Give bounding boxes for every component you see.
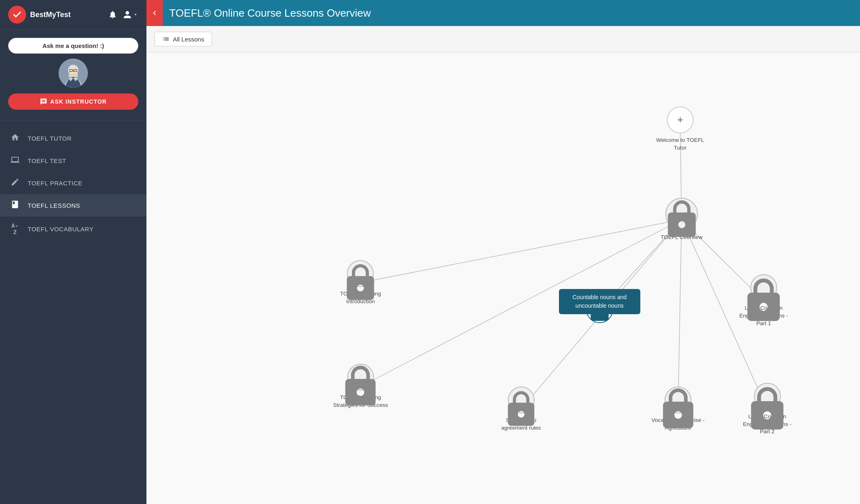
logo-icon — [8, 6, 26, 24]
node-circle-listening-intro[interactable] — [347, 260, 374, 287]
ask-instructor-button[interactable]: ASK INSTRUCTOR — [8, 93, 138, 110]
all-lessons-button[interactable]: All Lessons — [155, 32, 212, 46]
sidebar-item-label-toefl-test: TOEFL TEST — [28, 157, 66, 164]
sidebar-item-label-toefl-lessons: TOEFL LESSONS — [28, 202, 80, 209]
laptop-icon — [10, 155, 20, 166]
sidebar-item-toefl-tutor[interactable]: TOEFL TUTOR — [0, 127, 146, 150]
main-content: TOEFL® Online Course Lessons Overview Al… — [146, 0, 860, 504]
svg-marker-10 — [72, 77, 74, 78]
nav-divider — [0, 120, 146, 121]
node-circle-welcome[interactable]: + — [667, 106, 694, 133]
sidebar-header: BestMyTest — [0, 0, 146, 30]
sidebar-item-label-toefl-vocabulary: TOEFL VOCABULARY — [28, 226, 94, 232]
node-circle-synonyms-1[interactable] — [750, 274, 777, 301]
user-menu-button[interactable] — [123, 10, 138, 19]
node-welcome[interactable]: + Welcome to TOEFLTutor — [656, 106, 704, 152]
node-listening-strategies[interactable]: TOEFL ListeningStrategies for Success — [333, 364, 388, 409]
back-button[interactable] — [146, 0, 163, 26]
sidebar-item-toefl-lessons[interactable]: TOEFL LESSONS — [0, 194, 146, 217]
page-title: TOEFL® Online Course Lessons Overview — [169, 7, 371, 20]
sidebar-item-label-toefl-tutor: TOEFL TUTOR — [28, 135, 72, 142]
node-circle-toefl-overview[interactable] — [666, 198, 698, 230]
tutor-section: Ask me a question! :) — [0, 30, 146, 114]
tutor-avatar — [59, 59, 88, 88]
toolbar: All Lessons — [146, 26, 860, 52]
az-icon: A-Z — [10, 222, 20, 235]
node-synonyms-2[interactable]: Learn CommonEnglish Synonyms -Part 2 — [743, 382, 791, 436]
node-circle-vocabulary-agri[interactable] — [665, 387, 692, 413]
svg-line-17 — [678, 219, 682, 409]
svg-line-15 — [360, 219, 681, 387]
node-synonyms-1[interactable]: Learn CommonEnglish Synonyms -Part 1 — [740, 274, 788, 328]
svg-point-4 — [69, 65, 78, 74]
node-circle-synonyms-2[interactable] — [754, 382, 781, 409]
canvas-area: + Welcome to TOEFLTutor TOEFL Overview T… — [146, 52, 860, 504]
sidebar-item-label-toefl-practice: TOEFL PRACTICE — [28, 180, 83, 187]
ask-bubble: Ask me a question! :) — [8, 38, 138, 54]
sidebar-item-toefl-test[interactable]: TOEFL TEST — [0, 150, 146, 172]
node-subject-verb[interactable]: Subject verbagreement rules — [501, 387, 541, 432]
node-circle-subject-verb[interactable] — [508, 387, 535, 413]
notification-button[interactable] — [108, 10, 117, 19]
sidebar-item-toefl-vocabulary[interactable]: A-Z TOEFL VOCABULARY — [0, 217, 146, 241]
top-bar: TOEFL® Online Course Lessons Overview — [146, 0, 860, 26]
node-circle-countable-nouns[interactable] — [586, 296, 613, 323]
node-countable-nouns[interactable]: Countable nouns anduncountable nouns — [586, 296, 613, 323]
home-icon — [10, 133, 20, 144]
edit-icon — [10, 178, 20, 189]
node-listening-intro[interactable]: TOEFL ListeningIntroduction — [340, 260, 381, 306]
sidebar-nav: TOEFL TUTOR TOEFL TEST TOEFL PRACTICE — [0, 127, 146, 241]
node-vocabulary-agri[interactable]: Vocabulary Exercise -Agriculture — [651, 387, 705, 432]
ask-instructor-label: ASK INSTRUCTOR — [50, 98, 107, 105]
sidebar-item-toefl-practice[interactable]: TOEFL PRACTICE — [0, 172, 146, 194]
node-label-welcome: Welcome to TOEFLTutor — [656, 137, 704, 152]
svg-rect-5 — [69, 73, 78, 77]
book-icon — [10, 200, 20, 211]
logo-area: BestMyTest — [8, 6, 71, 24]
node-circle-listening-strategies[interactable] — [347, 364, 374, 391]
sidebar: BestMyTest Ask me a question! :) — [0, 0, 146, 504]
svg-line-12 — [360, 219, 681, 283]
node-toefl-overview[interactable]: TOEFL Overview — [661, 198, 703, 241]
all-lessons-label: All Lessons — [173, 36, 204, 43]
logo-text: BestMyTest — [30, 11, 71, 19]
header-icons — [108, 10, 138, 19]
